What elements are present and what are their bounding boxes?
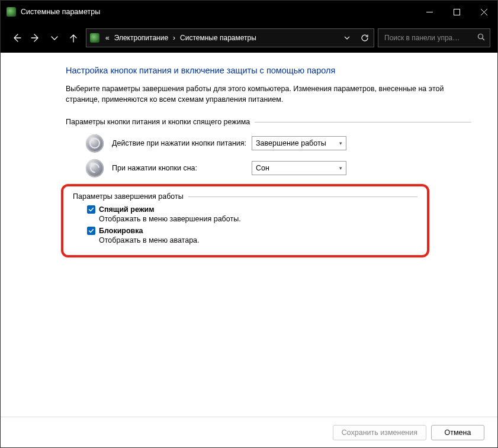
address-bar[interactable]: « Электропитание › Системные параметры [86,28,374,47]
section-line [188,196,417,197]
chevron-down-icon: ▾ [339,165,342,171]
page-title: Настройка кнопок питания и включение защ… [66,66,471,75]
address-actions [338,29,374,47]
sleep-button-label: При нажатии кнопки сна: [112,164,252,172]
footer: Сохранить изменения Отмена [1,417,497,447]
svg-line-5 [483,38,485,41]
window-title: Системные параметры [21,8,100,16]
titlebar-left: Системные параметры [7,7,100,17]
content: Настройка кнопок питания и включение защ… [1,53,497,417]
power-button-row: Действие при нажатии кнопки питания: Зав… [66,134,471,152]
address-dropdown-button[interactable] [338,29,356,47]
breadcrumb-item[interactable]: Системные параметры [178,34,259,42]
cancel-button[interactable]: Отмена [431,425,484,440]
breadcrumbs: « Электропитание › Системные параметры [103,34,338,42]
section-label: Параметры завершения работы [73,192,184,201]
crumb-sep-root: « [103,34,112,42]
refresh-button[interactable] [356,29,374,47]
sleep-mode-checkbox[interactable] [87,205,95,214]
forward-button[interactable] [27,28,44,47]
nav-arrows [8,28,82,47]
option-sleep-mode: Спящий режим Отображать в меню завершени… [87,205,417,223]
svg-rect-1 [454,9,460,15]
app-icon [7,7,16,17]
option-subtitle: Отображать в меню аватара. [99,236,417,244]
option-subtitle: Отображать в меню завершения работы. [99,215,417,223]
page-description: Выберите параметры завершения работы для… [66,83,471,105]
sleep-action-select[interactable]: Сон ▾ [252,161,346,175]
up-button[interactable] [65,28,82,47]
minimize-button[interactable] [416,1,443,23]
search-input[interactable] [383,33,475,43]
chevron-right-icon: › [171,34,178,42]
close-button[interactable] [470,1,497,23]
sleep-button-row: При нажатии кнопки сна: Сон ▾ [66,159,471,177]
option-title: Блокировка [99,227,143,235]
section-header-buttons: Параметры кнопки питания и кнопки спящег… [66,118,471,126]
search-box[interactable] [378,28,490,47]
chevron-down-icon: ▾ [339,140,342,146]
option-lock: Блокировка Отображать в меню аватара. [87,227,417,244]
power-icon [86,134,104,152]
section-line [255,122,471,123]
lock-checkbox[interactable] [87,227,95,235]
titlebar: Системные параметры [1,1,497,23]
window-controls [416,1,497,23]
section-label: Параметры кнопки питания и кнопки спящег… [66,118,250,126]
breadcrumb-item[interactable]: Электропитание [112,34,171,42]
maximize-button[interactable] [443,1,470,23]
search-icon [477,33,485,43]
select-value: Сон [256,164,269,172]
recent-button[interactable] [46,28,63,47]
save-button[interactable]: Сохранить изменения [333,425,426,440]
power-action-select[interactable]: Завершение работы ▾ [252,136,346,150]
select-value: Завершение работы [256,139,326,147]
highlight-box: Параметры завершения работы Спящий режим… [61,184,429,257]
power-button-label: Действие при нажатии кнопки питания: [112,139,252,147]
navbar: « Электропитание › Системные параметры [1,23,497,53]
section-header-shutdown: Параметры завершения работы [73,192,417,201]
option-title: Спящий режим [99,205,154,214]
address-icon [86,33,103,43]
window: Системные параметры [0,0,498,448]
svg-point-4 [478,34,483,39]
sleep-icon [86,159,104,177]
back-button[interactable] [8,28,25,47]
